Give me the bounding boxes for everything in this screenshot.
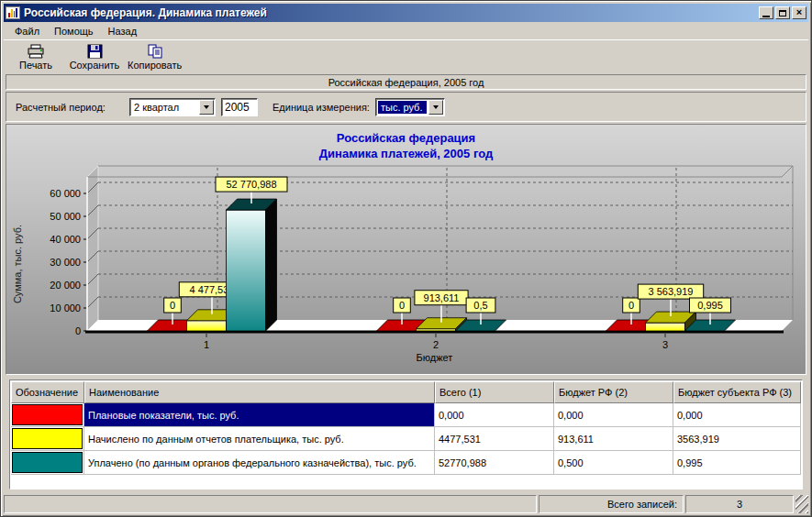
table-row-2-total: 4477,531 <box>435 427 554 451</box>
data-table-panel: Обозначение Наименование Всего (1) Бюдже… <box>9 380 803 490</box>
records-count: 3 <box>685 495 794 513</box>
table-row-3-name[interactable]: Уплачено (по данным органов федерального… <box>84 451 435 475</box>
status-empty-panel <box>4 495 537 513</box>
svg-text:0: 0 <box>75 325 81 336</box>
table-row-3-rf: 0,500 <box>554 451 673 475</box>
svg-text:20 000: 20 000 <box>50 280 81 291</box>
data-table: Обозначение Наименование Всего (1) Бюдже… <box>11 381 801 475</box>
period-select-value: 2 квартал <box>130 102 199 113</box>
table-row-3-swatch-cell[interactable] <box>11 451 84 475</box>
table-row-1-name[interactable]: Плановые показатели, тыс. руб. <box>84 403 435 427</box>
svg-text:Сумма, тыс. руб.: Сумма, тыс. руб. <box>12 225 23 303</box>
table-row-1-rf: 0,000 <box>554 403 673 427</box>
table-row-1-swatch-cell[interactable] <box>11 403 84 427</box>
table-row-1-subject: 0,000 <box>673 403 801 427</box>
svg-text:60 000: 60 000 <box>50 188 81 199</box>
chart-title-line2: Динамика платежей, 2005 год <box>6 146 806 161</box>
svg-text:Бюджет: Бюджет <box>417 352 453 363</box>
close-button[interactable]: × <box>792 6 806 19</box>
table-row-2-subject: 3563,919 <box>673 427 801 451</box>
copy-button-label: Копировать <box>128 60 182 71</box>
table-row-3-subject: 0,995 <box>673 451 801 475</box>
unit-select-value: тыс. руб. <box>378 101 427 114</box>
svg-text:0: 0 <box>628 300 634 311</box>
svg-text:2: 2 <box>433 339 439 350</box>
printer-icon <box>27 44 45 59</box>
status-bar: Всего записей: 3 <box>4 495 808 513</box>
col-header-rf: Бюджет РФ (2) <box>554 381 673 403</box>
svg-text:1: 1 <box>204 339 209 350</box>
filter-panel: Расчетный период: 2 квартал Единица изме… <box>6 92 806 122</box>
table-row-2-rf: 913,611 <box>554 427 673 451</box>
print-button[interactable]: Печать <box>9 41 62 72</box>
resize-grip[interactable] <box>795 495 808 513</box>
svg-text:0,5: 0,5 <box>473 300 487 311</box>
unit-label: Единица измерения: <box>273 102 370 113</box>
maximize-button[interactable] <box>775 6 790 19</box>
copy-button[interactable]: Копировать <box>127 41 183 72</box>
app-bar-chart-icon <box>6 6 20 19</box>
chart-panel: Российская федерация Динамика платежей, … <box>6 124 806 375</box>
table-row-3-total: 52770,988 <box>435 451 554 475</box>
title-bar: Российская федерация. Динамика платежей … <box>4 4 808 22</box>
series-swatch <box>12 452 83 473</box>
context-header: Российская федерация, 2005 год <box>6 74 806 90</box>
col-header-subject: Бюджет субъекта РФ (3) <box>673 381 801 403</box>
save-floppy-icon <box>87 44 103 59</box>
col-header-swatch: Обозначение <box>11 381 84 403</box>
svg-text:3: 3 <box>662 339 668 350</box>
menu-file[interactable]: Файл <box>7 24 47 38</box>
col-header-total: Всего (1) <box>435 381 554 403</box>
year-input[interactable] <box>221 98 258 116</box>
copy-icon <box>148 44 162 59</box>
minimize-button[interactable] <box>759 6 773 19</box>
svg-text:0: 0 <box>399 300 405 311</box>
svg-text:913,611: 913,611 <box>424 292 460 303</box>
unit-select[interactable]: тыс. руб. <box>375 98 445 116</box>
unit-dropdown-icon[interactable] <box>428 100 443 115</box>
period-dropdown-icon[interactable] <box>199 100 214 115</box>
svg-text:30 000: 30 000 <box>50 257 81 268</box>
svg-text:3 563,919: 3 563,919 <box>649 286 694 297</box>
col-header-name: Наименование <box>84 381 435 403</box>
svg-text:0: 0 <box>170 300 175 311</box>
save-button-label: Сохранить <box>70 60 120 71</box>
menu-back[interactable]: Назад <box>101 24 145 38</box>
window-title: Российская федерация. Динамика платежей <box>24 6 759 19</box>
menu-help[interactable]: Помощь <box>47 24 101 38</box>
table-row-1-total: 0,000 <box>435 403 554 427</box>
svg-text:52 770,988: 52 770,988 <box>226 179 276 190</box>
save-button[interactable]: Сохранить <box>68 41 121 72</box>
svg-text:40 000: 40 000 <box>50 234 81 245</box>
table-row-2-name[interactable]: Начислено по данным отчетов плательщика,… <box>84 427 435 451</box>
context-header-text: Российская федерация, 2005 год <box>328 77 484 88</box>
print-button-label: Печать <box>19 60 52 71</box>
chart-svg: 010 00020 00030 00040 00050 00060 000Сум… <box>6 161 806 373</box>
period-select[interactable]: 2 квартал <box>129 98 216 116</box>
table-row-2-swatch-cell[interactable] <box>11 427 84 451</box>
svg-text:0,995: 0,995 <box>697 300 723 311</box>
chart-title-line1: Российская федерация <box>6 130 806 146</box>
svg-text:10 000: 10 000 <box>50 302 81 314</box>
svg-text:50 000: 50 000 <box>50 211 81 222</box>
menu-bar: Файл Помощь Назад <box>4 22 808 39</box>
app-window: Российская федерация. Динамика платежей … <box>0 0 812 517</box>
series-swatch <box>12 428 83 449</box>
toolbar: Печать Сохранить <box>4 39 808 73</box>
period-label: Расчетный период: <box>16 102 124 113</box>
records-label: Всего записей: <box>539 495 684 513</box>
series-swatch <box>12 404 83 425</box>
